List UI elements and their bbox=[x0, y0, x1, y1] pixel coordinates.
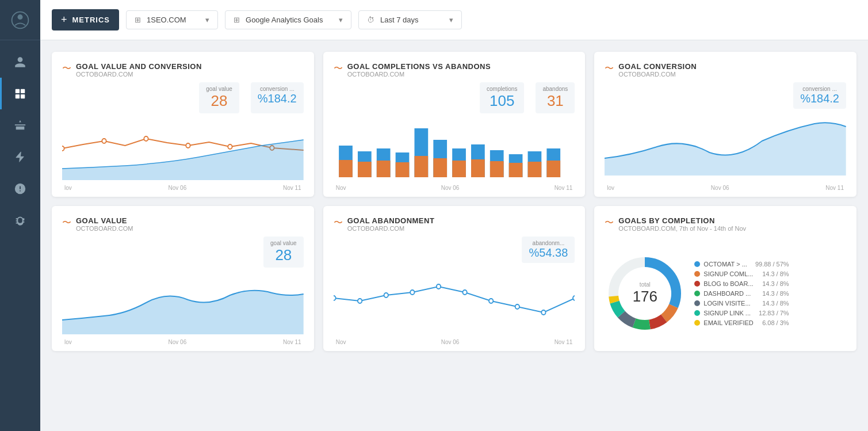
card-goals-by-completion: 〜 GOALS BY COMPLETION OCTOBOARD.COM, 7th… bbox=[594, 206, 856, 351]
legend-label: EMAIL VERIFIED bbox=[703, 319, 753, 326]
x-labels: lov Nov 06 Nov 11 bbox=[62, 339, 304, 345]
svg-point-1 bbox=[18, 14, 23, 20]
card-subtitle: OCTOBOARD.COM bbox=[76, 225, 133, 232]
main-content: + METRICS ⊞ 1SEO.COM ▾ ⊞ Google Analytic… bbox=[40, 0, 868, 431]
report-dropdown[interactable]: ⊞ Google Analytics Goals ▾ bbox=[225, 10, 351, 29]
legend: OCTOMAT > ... 99.88 / 57% SIGNUP COML...… bbox=[694, 261, 789, 326]
legend-label: SIGNUP COML... bbox=[703, 270, 753, 277]
sidebar-item-bolt[interactable] bbox=[0, 141, 40, 173]
legend-dot bbox=[694, 261, 700, 267]
card-subtitle: OCTOBOARD.COM, 7th of Nov - 14th of Nov bbox=[618, 225, 746, 232]
legend-item: SIGNUP COML... 14.3 / 8% bbox=[694, 270, 789, 277]
trend-icon: 〜 bbox=[62, 217, 71, 229]
sidebar-item-info[interactable] bbox=[0, 173, 40, 204]
card-header: 〜 GOALS BY COMPLETION OCTOBOARD.COM, 7th… bbox=[605, 216, 846, 235]
svg-point-39 bbox=[384, 293, 388, 297]
legend-label: SIGNUP LINK ... bbox=[703, 310, 751, 316]
card-header: 〜 GOAL VALUE AND CONVERSION OCTOBOARD.CO… bbox=[62, 62, 304, 81]
sidebar-item-user[interactable] bbox=[0, 46, 40, 78]
svg-rect-28 bbox=[471, 159, 485, 177]
x-labels: Nov Nov 06 Nov 11 bbox=[334, 339, 575, 345]
svg-point-41 bbox=[436, 284, 440, 289]
period-label: Last 7 days bbox=[380, 16, 419, 24]
legend-value: 14.3 / 8% bbox=[758, 300, 789, 307]
svg-point-0 bbox=[12, 12, 29, 28]
legend-label: OCTOMAT > ... bbox=[703, 261, 747, 268]
legend-value: 6.08 / 3% bbox=[758, 319, 789, 326]
svg-point-46 bbox=[573, 296, 575, 300]
legend-value: 99.88 / 57% bbox=[751, 261, 789, 268]
topnav: + METRICS ⊞ 1SEO.COM ▾ ⊞ Google Analytic… bbox=[40, 0, 868, 40]
sidebar bbox=[0, 0, 40, 431]
donut-label: total 176 bbox=[633, 281, 657, 306]
total-text: total bbox=[633, 281, 657, 288]
trend-icon: 〜 bbox=[605, 63, 614, 75]
sidebar-logo bbox=[0, 0, 40, 40]
svg-point-9 bbox=[144, 136, 148, 141]
svg-point-40 bbox=[410, 290, 414, 295]
stats-row: goal value 28 bbox=[62, 237, 304, 268]
chart-area bbox=[62, 271, 304, 337]
site-dropdown[interactable]: ⊞ 1SEO.COM ▾ bbox=[126, 10, 218, 29]
grid-icon: ⊞ bbox=[234, 16, 240, 24]
x-labels: Nov Nov 06 Nov 11 bbox=[334, 185, 575, 191]
card-subtitle: OCTOBOARD.COM bbox=[618, 71, 697, 78]
sidebar-item-dashboard[interactable] bbox=[0, 78, 40, 109]
card-header: 〜 GOAL COMPLETIONS VS ABANDONS OCTOBOARD… bbox=[334, 62, 575, 81]
legend-label: DASHBOARD ... bbox=[703, 290, 751, 297]
metrics-label: METRICS bbox=[72, 16, 110, 24]
period-dropdown[interactable]: ⏱ Last 7 days ▾ bbox=[358, 10, 462, 29]
card-title: GOAL VALUE bbox=[76, 216, 133, 225]
stat-conversion: conversion ... %184.2 bbox=[251, 82, 304, 113]
sidebar-nav bbox=[0, 40, 40, 236]
add-metrics-button[interactable]: + METRICS bbox=[52, 9, 119, 30]
chevron-icon2: ▾ bbox=[339, 16, 343, 24]
card-title: GOAL ABANDONMENT bbox=[347, 216, 435, 225]
card-header: 〜 GOAL VALUE OCTOBOARD.COM bbox=[62, 216, 304, 235]
svg-point-8 bbox=[102, 139, 106, 143]
stat-conversion: conversion ... %184.2 bbox=[793, 82, 846, 109]
stat-abandons: abandons 31 bbox=[536, 82, 575, 113]
svg-rect-20 bbox=[395, 162, 409, 177]
stat-completions: completions 105 bbox=[480, 82, 524, 113]
clock-icon: ⏱ bbox=[367, 16, 374, 24]
report-label: Google Analytics Goals bbox=[246, 16, 323, 24]
card-goal-value-conversion: 〜 GOAL VALUE AND CONVERSION OCTOBOARD.CO… bbox=[52, 52, 314, 197]
svg-rect-26 bbox=[452, 161, 466, 177]
svg-point-44 bbox=[515, 304, 519, 309]
stats-row: goal value 28 conversion ... %184.2 bbox=[62, 82, 304, 113]
stats-row: completions 105 abandons 31 bbox=[334, 82, 575, 113]
card-goal-conversion: 〜 GOAL CONVERSION OCTOBOARD.COM conversi… bbox=[594, 52, 856, 197]
stats-row: conversion ... %184.2 bbox=[605, 82, 846, 109]
chart-area bbox=[62, 117, 304, 182]
svg-point-37 bbox=[334, 296, 336, 300]
site-label: 1SEO.COM bbox=[147, 16, 186, 24]
card-subtitle: OCTOBOARD.COM bbox=[76, 71, 202, 78]
legend-item: DASHBOARD ... 14.3 / 8% bbox=[694, 290, 789, 297]
legend-label: BLOG to BOAR... bbox=[703, 280, 753, 287]
cards-grid: 〜 GOAL VALUE AND CONVERSION OCTOBOARD.CO… bbox=[52, 52, 856, 351]
legend-value: 12.83 / 7% bbox=[754, 310, 789, 316]
svg-point-38 bbox=[358, 299, 362, 303]
stat-abandonment: abandonm... %54.38 bbox=[522, 237, 575, 263]
svg-rect-14 bbox=[339, 160, 353, 177]
svg-rect-4 bbox=[16, 94, 20, 98]
stat-goal-value: goal value 28 bbox=[199, 82, 239, 113]
legend-item: LOGIN VISITE... 14.3 / 8% bbox=[694, 300, 789, 307]
sidebar-item-bank[interactable] bbox=[0, 109, 40, 141]
svg-point-11 bbox=[228, 144, 232, 149]
total-number: 176 bbox=[633, 288, 657, 306]
card-goal-abandonment: 〜 GOAL ABANDONMENT OCTOBOARD.COM abandon… bbox=[323, 206, 586, 351]
x-labels: lov Nov 06 Nov 11 bbox=[62, 185, 304, 191]
card-goal-value: 〜 GOAL VALUE OCTOBOARD.COM goal value 28 bbox=[52, 206, 314, 351]
donut-section: total 176 OCTOMAT > ... 99.88 / 57% SIGN bbox=[605, 241, 846, 345]
card-title: GOAL COMPLETIONS VS ABANDONS bbox=[347, 62, 491, 71]
sidebar-item-bug[interactable] bbox=[0, 204, 40, 236]
legend-item: OCTOMAT > ... 99.88 / 57% bbox=[694, 261, 789, 268]
card-header: 〜 GOAL CONVERSION OCTOBOARD.COM bbox=[605, 62, 846, 81]
x-labels: lov Nov 06 Nov 11 bbox=[605, 185, 846, 191]
svg-rect-24 bbox=[433, 158, 447, 177]
card-title: GOALS BY COMPLETION bbox=[618, 216, 746, 225]
chevron-icon3: ▾ bbox=[449, 16, 453, 24]
legend-item: EMAIL VERIFIED 6.08 / 3% bbox=[694, 319, 789, 326]
